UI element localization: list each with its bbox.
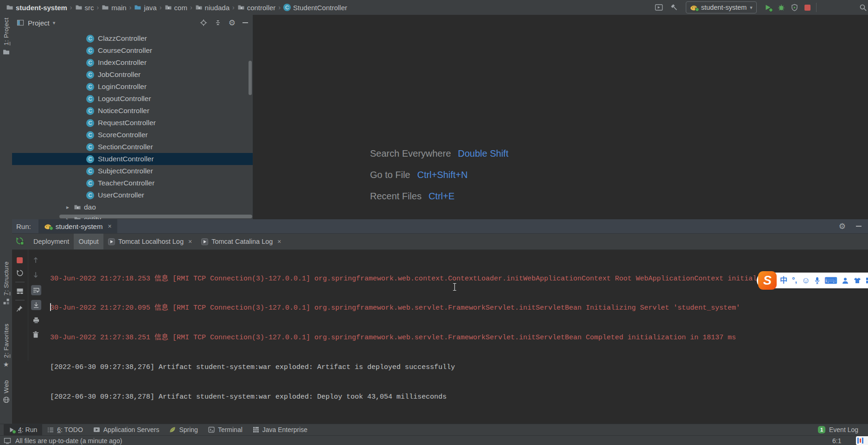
run-session-tab[interactable]: student-system (38, 219, 117, 233)
class-icon (86, 71, 94, 79)
ime-mic-icon[interactable] (815, 277, 820, 284)
breadcrumb-item-com[interactable]: com (163, 4, 189, 12)
run-button[interactable] (764, 4, 772, 11)
gear-icon[interactable] (229, 19, 236, 27)
tree-item-requestcontroller[interactable]: RequestController (12, 117, 253, 129)
soft-wrap-toggle[interactable] (31, 285, 41, 295)
breadcrumb-item-src[interactable]: src (74, 4, 96, 12)
tree-item-coursecontroller[interactable]: CourseController (12, 44, 253, 57)
down-stacktrace-icon[interactable] (32, 271, 39, 279)
class-icon (86, 155, 94, 163)
ime-language-toggle[interactable]: 中 (780, 277, 787, 284)
tree-item-clazzcontroller[interactable]: ClazzController (12, 32, 253, 44)
ime-punctuation-toggle[interactable]: °, (792, 277, 797, 284)
tree-item-dao[interactable]: dao (12, 201, 253, 213)
tree-item-indexcontroller[interactable]: IndexController (12, 57, 253, 69)
hide-panel-icon[interactable] (856, 226, 862, 227)
toolbar-item-terminal[interactable]: Terminal (203, 424, 248, 435)
breadcrumb-item-niudada[interactable]: niudada (194, 4, 231, 12)
tree-item-usercontroller[interactable]: UserController (12, 189, 253, 201)
tab-output[interactable]: Output (74, 234, 103, 249)
ime-keyboard-icon[interactable]: ⌨ (824, 276, 837, 285)
pin-tab-icon[interactable] (16, 305, 23, 312)
build-hammer-icon[interactable] (670, 4, 678, 12)
debug-button[interactable] (778, 4, 785, 11)
hint-shortcut: Ctrl+E (428, 191, 454, 202)
horizontal-scrollbar[interactable] (59, 215, 252, 218)
sogou-logo-icon[interactable]: S (758, 271, 777, 290)
close-icon[interactable] (188, 238, 192, 245)
toolbar-item-java-enterprise[interactable]: Java Enterprise (248, 424, 313, 435)
window-status-icon[interactable] (4, 438, 11, 444)
tree-item-studentcontroller-selected[interactable]: StudentController (12, 153, 253, 165)
spring-leaf-icon (169, 426, 176, 433)
toolbar-item-spring[interactable]: Spring (164, 424, 203, 435)
breadcrumb-label: main (111, 4, 127, 12)
caret-position[interactable]: 6:1 (832, 437, 841, 445)
breadcrumb-label: student-system (16, 4, 67, 12)
scroll-to-end-toggle[interactable] (31, 300, 41, 310)
toolbar-divider (15, 282, 25, 282)
print-icon[interactable] (32, 317, 40, 324)
up-stacktrace-icon[interactable] (32, 256, 39, 264)
tab-tomcat-localhost-log[interactable]: Tomcat Localhost Log (103, 234, 197, 249)
toolbar-item-label: : Run (22, 426, 37, 433)
breadcrumb-item-main[interactable]: main (100, 4, 128, 12)
project-panel-title[interactable]: Project (28, 19, 50, 27)
tab-tomcat-catalina-log[interactable]: Tomcat Catalina Log (197, 234, 286, 249)
breadcrumb-separator (278, 4, 281, 11)
collapse-all-icon[interactable] (214, 19, 222, 26)
tree-item-subjectcontroller[interactable]: SubjectController (12, 165, 253, 177)
tree-item-teachercontroller[interactable]: TeacherController (12, 177, 253, 189)
sidebar-item-web[interactable]: Web (0, 380, 12, 403)
gear-icon[interactable] (839, 222, 846, 230)
toolbar-item-run[interactable]: 4: Run (4, 424, 42, 435)
stop-button[interactable] (17, 257, 23, 263)
search-everywhere-icon[interactable] (859, 4, 867, 12)
tree-item-logincontroller[interactable]: LoginController (12, 81, 253, 93)
run-configuration-name: student-system (701, 4, 747, 11)
console-log[interactable]: 30-Jun-2022 21:27:18.253 信息 [RMI TCP Con… (50, 254, 819, 422)
breadcrumb-item-java[interactable]: java (133, 4, 158, 12)
tree-item-label: SectionController (98, 143, 153, 151)
breadcrumb-item-student-system[interactable]: student-system (5, 4, 69, 12)
run-configuration-select[interactable]: student-system (686, 1, 757, 13)
status-bar: All files are up-to-date (a minute ago) … (0, 435, 868, 445)
expand-arrow-icon[interactable] (66, 204, 71, 210)
ime-status-icon[interactable] (856, 436, 868, 445)
toolbar-item-todo[interactable]: 6: TODO (42, 424, 88, 435)
ime-emoji-icon[interactable]: ☺ (802, 276, 810, 285)
breadcrumb-item-controller[interactable]: controller (236, 4, 277, 12)
ime-skin-person-icon[interactable] (842, 277, 849, 284)
vertical-scrollbar[interactable] (249, 61, 252, 95)
toolwindow-preview-icon[interactable] (655, 4, 663, 11)
tree-item-jobcontroller[interactable]: JobController (12, 69, 253, 81)
close-icon[interactable] (108, 222, 111, 230)
locate-file-icon[interactable] (200, 19, 207, 26)
sidebar-item-favorites[interactable]: 2: Favorites ★ (0, 324, 12, 368)
coverage-button[interactable] (791, 4, 798, 11)
hide-panel-icon[interactable] (243, 22, 248, 23)
toolbar-item-event-log[interactable]: 1 Event Log (818, 424, 858, 435)
ime-shirt-icon[interactable] (854, 277, 861, 284)
toolbar-item-application-servers[interactable]: Application Servers (88, 424, 165, 435)
rerun-button[interactable] (15, 236, 24, 245)
tree-item-sectioncontroller[interactable]: SectionController (12, 141, 253, 153)
sidebar-item-project[interactable]: 1: Project (0, 18, 12, 55)
tree-item-logoutcontroller[interactable]: LogoutController (12, 93, 253, 105)
sidebar-item-structure[interactable]: 7: Structure (0, 261, 12, 305)
restore-layout-icon[interactable] (16, 287, 24, 295)
breadcrumb-label: java (144, 4, 157, 12)
clear-console-icon[interactable] (32, 331, 39, 338)
toolbar-item-label: Application Servers (103, 426, 160, 433)
tree-item-noticecontroller[interactable]: NoticeController (12, 105, 253, 117)
close-icon[interactable] (277, 238, 281, 245)
ime-toolbox-icon[interactable] (866, 277, 868, 284)
breadcrumb-item-studentcontroller[interactable]: StudentController (282, 4, 349, 12)
stop-button[interactable] (804, 5, 811, 11)
restart-icon[interactable] (16, 269, 24, 277)
tab-deployment[interactable]: Deployment (29, 234, 74, 249)
class-icon (283, 4, 291, 11)
chevron-down-icon[interactable] (53, 20, 56, 26)
tree-item-scorecontroller[interactable]: ScoreController (12, 129, 253, 141)
